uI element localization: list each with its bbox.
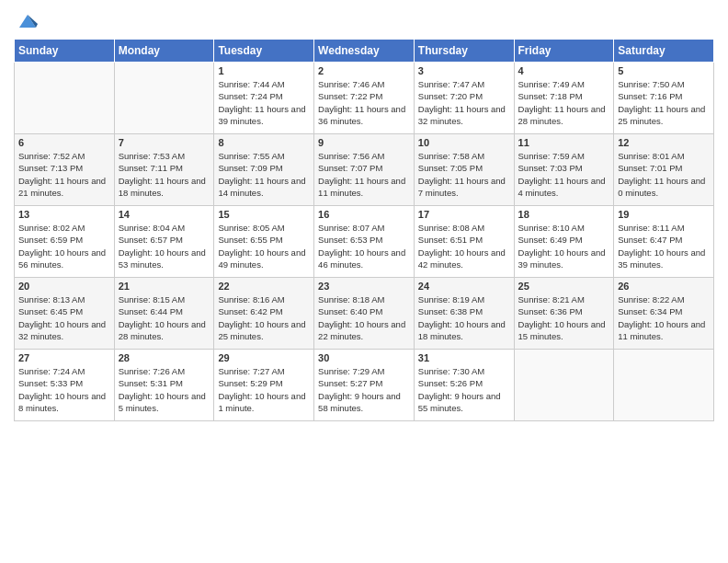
day-info: Sunrise: 8:02 AMSunset: 6:59 PMDaylight:… (18, 222, 110, 270)
sunset-text: Sunset: 7:20 PM (418, 90, 510, 102)
calendar-cell: 20Sunrise: 8:13 AMSunset: 6:45 PMDayligh… (15, 278, 115, 350)
day-number: 28 (119, 352, 210, 363)
sunrise-text: Sunrise: 8:08 AM (418, 222, 510, 234)
daylight-text: Daylight: 10 hours and 8 minutes. (18, 390, 110, 415)
calendar-cell: 24Sunrise: 8:19 AMSunset: 6:38 PMDayligh… (414, 278, 514, 350)
day-number: 19 (618, 209, 710, 220)
calendar-cell: 10Sunrise: 7:58 AMSunset: 7:05 PMDayligh… (414, 134, 514, 206)
day-info: Sunrise: 7:46 AMSunset: 7:22 PMDaylight:… (318, 78, 410, 127)
sunset-text: Sunset: 7:01 PM (618, 162, 710, 174)
logo (14, 9, 38, 31)
sunset-text: Sunset: 6:40 PM (318, 305, 410, 317)
day-number: 6 (18, 137, 110, 148)
daylight-text: Daylight: 10 hours and 1 minute. (218, 390, 310, 415)
day-info: Sunrise: 7:27 AMSunset: 5:29 PMDaylight:… (218, 365, 310, 414)
header (14, 9, 714, 31)
day-info: Sunrise: 8:08 AMSunset: 6:51 PMDaylight:… (418, 222, 510, 270)
calendar-cell: 21Sunrise: 8:15 AMSunset: 6:44 PMDayligh… (114, 278, 214, 350)
sunrise-text: Sunrise: 7:49 AM (518, 78, 610, 90)
sunrise-text: Sunrise: 8:19 AM (418, 293, 510, 305)
daylight-text: Daylight: 10 hours and 15 minutes. (518, 318, 610, 343)
day-number: 17 (418, 209, 510, 220)
calendar-cell: 16Sunrise: 8:07 AMSunset: 6:53 PMDayligh… (314, 206, 415, 278)
daylight-text: Daylight: 10 hours and 18 minutes. (418, 318, 510, 343)
day-number: 16 (318, 209, 410, 220)
day-number: 20 (18, 281, 110, 292)
daylight-text: Daylight: 10 hours and 28 minutes. (119, 318, 210, 343)
sunset-text: Sunset: 7:07 PM (318, 162, 410, 174)
day-number: 7 (119, 137, 210, 148)
day-number: 12 (618, 137, 710, 148)
day-number: 13 (18, 209, 110, 220)
day-info: Sunrise: 8:05 AMSunset: 6:55 PMDaylight:… (218, 222, 310, 270)
day-info: Sunrise: 7:55 AMSunset: 7:09 PMDaylight:… (218, 150, 310, 199)
day-info: Sunrise: 8:21 AMSunset: 6:36 PMDaylight:… (518, 293, 610, 342)
day-info: Sunrise: 8:04 AMSunset: 6:57 PMDaylight:… (119, 222, 210, 270)
calendar-header-row: SundayMondayTuesdayWednesdayThursdayFrid… (15, 40, 714, 63)
calendar-cell: 19Sunrise: 8:11 AMSunset: 6:47 PMDayligh… (614, 206, 714, 278)
day-info: Sunrise: 7:24 AMSunset: 5:33 PMDaylight:… (18, 365, 110, 414)
day-info: Sunrise: 7:49 AMSunset: 7:18 PMDaylight:… (518, 78, 610, 127)
day-number: 25 (518, 281, 610, 292)
calendar-cell: 29Sunrise: 7:27 AMSunset: 5:29 PMDayligh… (214, 350, 314, 421)
calendar-cell: 25Sunrise: 8:21 AMSunset: 6:36 PMDayligh… (514, 278, 614, 350)
daylight-text: Daylight: 11 hours and 25 minutes. (618, 103, 710, 128)
daylight-text: Daylight: 9 hours and 55 minutes. (418, 390, 510, 415)
day-number: 5 (618, 65, 710, 76)
day-info: Sunrise: 8:22 AMSunset: 6:34 PMDaylight:… (618, 293, 710, 342)
daylight-text: Daylight: 10 hours and 22 minutes. (318, 318, 410, 343)
daylight-text: Daylight: 10 hours and 5 minutes. (119, 390, 210, 415)
calendar-cell: 28Sunrise: 7:26 AMSunset: 5:31 PMDayligh… (114, 350, 214, 421)
sunrise-text: Sunrise: 7:44 AM (218, 78, 310, 90)
calendar-cell: 2Sunrise: 7:46 AMSunset: 7:22 PMDaylight… (314, 63, 415, 134)
sunrise-text: Sunrise: 7:24 AM (18, 365, 110, 377)
sunrise-text: Sunrise: 8:01 AM (618, 150, 710, 162)
sunset-text: Sunset: 6:38 PM (418, 305, 510, 317)
sunset-text: Sunset: 7:03 PM (518, 162, 610, 174)
day-number: 10 (418, 137, 510, 148)
sunset-text: Sunset: 6:45 PM (18, 305, 110, 317)
sunrise-text: Sunrise: 8:16 AM (218, 293, 310, 305)
daylight-text: Daylight: 9 hours and 58 minutes. (318, 390, 410, 415)
daylight-text: Daylight: 11 hours and 28 minutes. (518, 103, 610, 128)
page: SundayMondayTuesdayWednesdayThursdayFrid… (0, 0, 728, 563)
sunrise-text: Sunrise: 7:46 AM (318, 78, 410, 90)
day-number: 18 (518, 209, 610, 220)
calendar-cell: 14Sunrise: 8:04 AMSunset: 6:57 PMDayligh… (114, 206, 214, 278)
day-number: 2 (318, 65, 410, 76)
day-number: 24 (418, 281, 510, 292)
logo-icon (17, 11, 38, 31)
calendar-cell: 3Sunrise: 7:47 AMSunset: 7:20 PMDaylight… (414, 63, 514, 134)
sunrise-text: Sunrise: 7:26 AM (119, 365, 210, 377)
day-number: 1 (218, 65, 310, 76)
daylight-text: Daylight: 10 hours and 53 minutes. (119, 247, 210, 271)
daylight-text: Daylight: 10 hours and 49 minutes. (218, 247, 310, 271)
day-number: 8 (218, 137, 310, 148)
day-info: Sunrise: 7:52 AMSunset: 7:13 PMDaylight:… (18, 150, 110, 199)
day-number: 31 (418, 352, 510, 363)
day-info: Sunrise: 7:53 AMSunset: 7:11 PMDaylight:… (119, 150, 210, 199)
sunrise-text: Sunrise: 8:21 AM (518, 293, 610, 305)
calendar-week-row: 6Sunrise: 7:52 AMSunset: 7:13 PMDaylight… (15, 134, 714, 206)
sunset-text: Sunset: 6:49 PM (518, 234, 610, 246)
daylight-text: Daylight: 11 hours and 18 minutes. (119, 175, 210, 200)
daylight-text: Daylight: 10 hours and 32 minutes. (18, 318, 110, 343)
calendar-cell: 5Sunrise: 7:50 AMSunset: 7:16 PMDaylight… (614, 63, 714, 134)
day-number: 11 (518, 137, 610, 148)
sunset-text: Sunset: 7:22 PM (318, 90, 410, 102)
day-info: Sunrise: 8:13 AMSunset: 6:45 PMDaylight:… (18, 293, 110, 342)
sunset-text: Sunset: 6:51 PM (418, 234, 510, 246)
daylight-text: Daylight: 11 hours and 39 minutes. (218, 103, 310, 128)
sunrise-text: Sunrise: 8:18 AM (318, 293, 410, 305)
sunrise-text: Sunrise: 8:11 AM (618, 222, 710, 234)
calendar-cell: 9Sunrise: 7:56 AMSunset: 7:07 PMDaylight… (314, 134, 415, 206)
calendar: SundayMondayTuesdayWednesdayThursdayFrid… (14, 39, 714, 421)
calendar-cell: 30Sunrise: 7:29 AMSunset: 5:27 PMDayligh… (314, 350, 415, 421)
day-number: 15 (218, 209, 310, 220)
sunrise-text: Sunrise: 8:13 AM (18, 293, 110, 305)
day-number: 21 (119, 281, 210, 292)
sunrise-text: Sunrise: 8:02 AM (18, 222, 110, 234)
calendar-cell: 1Sunrise: 7:44 AMSunset: 7:24 PMDaylight… (214, 63, 314, 134)
sunset-text: Sunset: 7:11 PM (119, 162, 210, 174)
calendar-cell (114, 63, 214, 134)
